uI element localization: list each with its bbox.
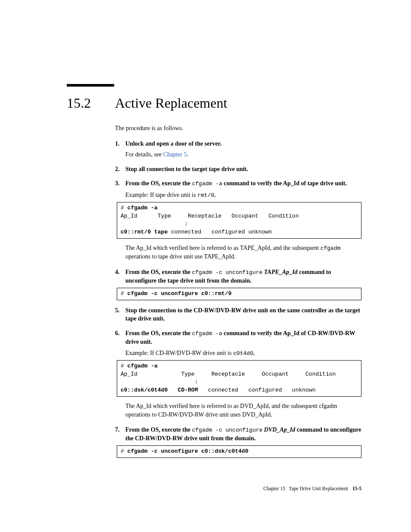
code-block: # cfgadm -c unconfigure c0::dsk/c0t4d0 [117,445,361,458]
code-bold: c0::rmt/0 tape [121,229,168,235]
title-italic: DVD_Ap_Id [262,426,295,433]
footer-title: Tape Drive Unit Replacement [289,486,348,491]
step-title: From the OS, execute the cfgadm -a comma… [125,179,361,188]
after-code: cfgadm [321,245,341,252]
code-pre: # [121,205,128,211]
example-post: , [214,192,216,198]
example-code: c0t4d0 [233,350,253,357]
step-6: From the OS, execute the cfgadm -a comma… [115,329,361,419]
example-pre: Example: If CD-RW/DVD-RW drive unit is [125,350,233,356]
step-5: Stop the connection to the CD-RW/DVD-RW … [115,306,361,323]
procedure-steps: Unlock and open a door of the server. Fo… [115,140,361,458]
after-pre: The Ap_Id which verified here is referre… [125,403,337,418]
chapter-link[interactable]: Chapter 5 [163,151,187,158]
title-code: cfgadm -c unconfigure [192,427,262,433]
page-footer: Chapter 15 Tape Drive Unit Replacement15… [263,486,361,491]
section-rule [67,84,114,87]
step-title: From the OS, execute the cfgadm -a comma… [125,329,361,346]
section-heading: 15.2 Active Replacement [67,95,361,111]
section-number: 15.2 [67,95,115,111]
step-7: From the OS, execute the cfgadm -c uncon… [115,426,361,458]
code-line: : [121,221,188,227]
step-2: Stop all connection to the target tape d… [115,165,361,174]
example-code: rmt/0 [197,192,214,199]
code-line: Ap_Id Type Receptacle Occupant Condition [121,371,336,377]
step-title: From the OS, execute the cfgadm -c uncon… [125,426,361,443]
step-title: Stop the connection to the CD-RW/DVD-RW … [125,306,361,323]
code-bold: cfgadm -c unconfigure c0::rmt/0 [128,290,232,297]
step-title: Unlock and open a door of the server. [125,140,361,148]
title-italic: TAPE_Ap_Id [262,269,297,275]
code-post: connected configured unknown [168,229,272,235]
step-body-prefix: For details, see [125,151,163,158]
step-body: For details, see Chapter 5. [125,150,361,159]
code-block: # cfgadm -a Ap_Id Type Receptacle Occupa… [117,202,361,239]
title-pre: From the OS, execute the [125,426,192,433]
step-after: The Ap_Id which verified here is referre… [125,244,361,261]
step-after: The Ap_Id which verified here is referre… [125,402,361,419]
title-post: command to verify the Ap_Id of tape driv… [222,180,347,187]
code-bold: cfgadm -c unconfigure c0::dsk/c0t4d0 [128,448,249,454]
after-post: operations to tape drive unit use TAPE_A… [125,253,236,260]
example-pre: Example: If tape drive unit is [125,192,197,198]
code-line: : [121,379,198,385]
code-bold: cfgadm -a [128,363,158,369]
code-post: connected configured unknown [198,387,315,393]
title-pre: From the OS, execute the [125,269,192,275]
step-body-suffix: . [187,151,189,158]
code-block: # cfgadm -c unconfigure c0::rmt/0 [117,288,361,300]
section-title: Active Replacement [115,95,227,111]
code-block: # cfgadm -a Ap_Id Type Receptacle Occupa… [117,360,361,397]
step-1: Unlock and open a door of the server. Fo… [115,140,361,159]
title-pre: From the OS, execute the [125,180,192,187]
title-code: cfgadm -c unconfigure [192,269,262,276]
title-code: cfgadm -a [192,330,222,337]
title-code: cfgadm -a [192,180,222,187]
example-post: , [253,350,255,356]
step-example: Example: If tape drive unit is rmt/0, [125,191,361,199]
code-bold: c0::dsk/c0t4d0 CD-ROM [121,387,198,393]
after-pre: The Ap_Id which verified here is referre… [125,245,321,251]
footer-page: 15-5 [352,486,361,491]
code-pre: # [121,290,128,297]
step-4: From the OS, execute the cfgadm -c uncon… [115,268,361,300]
step-title: Stop all connection to the target tape d… [125,165,361,174]
code-pre: # [121,448,128,454]
step-title: From the OS, execute the cfgadm -c uncon… [125,268,361,285]
step-3: From the OS, execute the cfgadm -a comma… [115,179,361,261]
code-pre: # [121,363,128,369]
step-example: Example: If CD-RW/DVD-RW drive unit is c… [125,349,361,358]
code-line: Ap_Id Type Receptacle Occupant Condition [121,213,299,219]
intro-text: The procedure is as follows. [115,124,361,133]
code-bold: cfgadm -a [128,205,158,211]
title-pre: From the OS, execute the [125,330,192,336]
footer-chapter: Chapter 15 [263,486,285,491]
